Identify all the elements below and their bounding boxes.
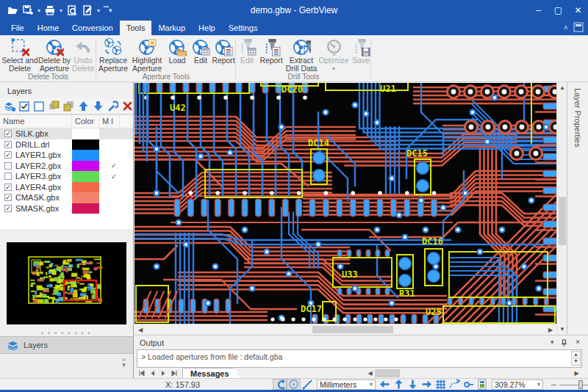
ribbon-button-load[interactable]: Load	[164, 37, 190, 65]
snap-icon[interactable]	[462, 379, 476, 390]
layer-color-swatch[interactable]	[72, 182, 99, 193]
print-icon[interactable]	[43, 4, 57, 17]
zoom-slider-handle[interactable]	[578, 380, 583, 389]
scroll-up-icon[interactable]: ▲	[557, 83, 567, 92]
ribbon-button-extract-drill-data[interactable]: ExtractDrill Data	[284, 37, 318, 73]
layer-visibility-checkbox[interactable]	[4, 162, 12, 170]
tab-help[interactable]: Help	[192, 21, 222, 35]
rotate-icon[interactable]	[273, 379, 287, 390]
more-button[interactable]: »▾	[122, 357, 126, 368]
ribbon-button-replace-aperture[interactable]: ReplaceAperture	[96, 37, 130, 73]
layer-color-swatch[interactable]	[72, 192, 99, 203]
dropdown-arrow-icon[interactable]: ▾	[97, 7, 100, 14]
circle-select-icon[interactable]	[287, 379, 301, 390]
print-preview-icon[interactable]	[65, 4, 79, 17]
tab-conversion[interactable]: Conversion	[65, 21, 120, 35]
dropdown-arrow-icon[interactable]: ▾	[60, 7, 62, 14]
move-up-icon[interactable]	[77, 101, 89, 112]
layer-color-swatch[interactable]	[72, 150, 99, 161]
tab-home[interactable]: Home	[31, 21, 65, 35]
query-route-icon[interactable]	[448, 379, 462, 390]
pan-right-icon[interactable]	[420, 379, 434, 390]
pan-up-icon[interactable]	[392, 379, 406, 390]
close-button[interactable]: ✕	[568, 0, 588, 21]
tab-prev-icon[interactable]	[149, 370, 156, 377]
dropdown-arrow-icon[interactable]: ▾	[37, 7, 40, 14]
horizontal-scrollbar[interactable]: ◀ ▶	[135, 324, 556, 334]
zoom-slider[interactable]	[559, 380, 588, 390]
layer-row-smask.gbx[interactable]: ✓SMASK.gbx	[0, 203, 133, 214]
layer-visibility-checkbox[interactable]: ✓	[4, 205, 12, 212]
layers-collapsed-bar[interactable]: Layers	[0, 336, 133, 354]
wrench-icon[interactable]	[107, 101, 118, 112]
output-close-icon[interactable]: ✕	[575, 338, 581, 347]
minimize-button[interactable]: –	[528, 0, 548, 21]
ribbon-button-delete-by-aperture[interactable]: Delete byAperture	[38, 37, 71, 73]
layer-visibility-checkbox[interactable]	[4, 173, 12, 180]
layers-settings-icon[interactable]	[4, 101, 15, 112]
panel-splitter[interactable]: ▪ ▪ ▪ ▪ ▪ ▪ ▪ ▪	[0, 329, 133, 336]
cascade-back-icon[interactable]	[62, 101, 74, 112]
cascade-front-icon[interactable]	[48, 101, 60, 112]
layer-row-layer2.gbx[interactable]: LAYER2.gbx✓	[0, 161, 133, 172]
collapse-ribbon-icon[interactable]: ᴧ	[564, 23, 568, 31]
column-header-m[interactable]: M	[99, 115, 108, 128]
layer-color-swatch[interactable]	[72, 161, 99, 172]
tab-file[interactable]: File	[4, 21, 31, 35]
ribbon-button-report[interactable]: Report	[258, 37, 284, 65]
tab-messages[interactable]: Messages	[182, 368, 240, 379]
layer-row-silk.gbx[interactable]: ✓SILK.gbx	[0, 128, 133, 139]
scroll-left-icon[interactable]: ◀	[136, 324, 145, 335]
layer-color-swatch[interactable]	[72, 139, 99, 150]
column-header-name[interactable]: Name	[0, 115, 72, 128]
layer-visibility-checkbox[interactable]: ✓	[4, 151, 12, 159]
pcb-canvas[interactable]: U42DC20U21DC14DC15DC16R31U33U25DC17	[135, 83, 556, 324]
tab-last-icon[interactable]	[171, 370, 178, 377]
ribbon-options-icon[interactable]	[573, 22, 584, 32]
layer-visibility-checkbox[interactable]: ✓	[4, 184, 12, 191]
layer-properties-tab[interactable]: Layer Properties	[567, 82, 588, 335]
ribbon-button-edit[interactable]: Edit	[190, 37, 211, 65]
column-header-i[interactable]: I	[108, 115, 120, 128]
layer-color-swatch[interactable]	[72, 171, 99, 182]
open-file-icon[interactable]	[6, 4, 19, 17]
pan-left-icon[interactable]	[378, 379, 392, 390]
out-scroll-right-icon[interactable]: ▶	[573, 369, 581, 378]
layer-row-drill.drl[interactable]: ✓DRILL.drl	[0, 139, 133, 150]
measure-icon[interactable]	[301, 379, 315, 390]
move-down-icon[interactable]	[92, 101, 104, 112]
markup-doc-icon[interactable]	[81, 4, 94, 17]
board-overview-thumbnail[interactable]: U1	[7, 242, 126, 324]
layer-row-layer1.gbx[interactable]: ✓LAYER1.gbx	[0, 150, 133, 161]
tab-first-icon[interactable]	[138, 370, 145, 377]
layer-row-layer4.gbx[interactable]: ✓LAYER4.gbx	[0, 182, 133, 193]
zoom-out-button[interactable]: –	[551, 380, 556, 390]
tab-tools[interactable]: Tools	[120, 21, 152, 35]
scroll-right-icon[interactable]: ▶	[546, 324, 555, 335]
maximize-button[interactable]: ▢	[548, 0, 568, 21]
grid-icon[interactable]	[434, 379, 448, 390]
layer-visibility-checkbox[interactable]: ✓	[4, 194, 12, 201]
save-stack-icon[interactable]	[21, 4, 35, 17]
layer-visibility-checkbox[interactable]: ✓	[4, 141, 12, 148]
layer-color-swatch[interactable]	[72, 128, 99, 139]
scroll-down-icon[interactable]: ▼	[557, 324, 567, 334]
output-scrollbar[interactable]: ▲ ▼	[571, 351, 581, 366]
delete-red-x-icon[interactable]	[121, 101, 133, 112]
out-scroll-left-icon[interactable]: ◀	[366, 369, 374, 378]
vscroll-thumb[interactable]	[559, 197, 566, 245]
layer-row-layer3.gbx[interactable]: LAYER3.gbx✓	[0, 171, 133, 182]
tab-markup[interactable]: Markup	[151, 21, 192, 35]
qat-customize-icon[interactable]: ▔▾	[104, 7, 112, 14]
units-dropdown[interactable]: Millimeters▾	[317, 380, 376, 390]
ribbon-button-highlight-aperture[interactable]: HighlightAperture	[130, 37, 164, 73]
hscroll-thumb[interactable]	[312, 326, 393, 333]
output-pin-icon[interactable]	[561, 339, 567, 347]
check-all-icon[interactable]	[18, 101, 30, 112]
layer-row-cmask.gbx[interactable]: ✓CMASK.gbx	[0, 192, 133, 203]
output-hscrollbar[interactable]: ◀ ▶	[366, 369, 581, 378]
column-header-color[interactable]: Color	[72, 115, 99, 128]
layer-visibility-checkbox[interactable]: ✓	[4, 130, 12, 137]
ribbon-button-select-and-delete[interactable]: Select andDelete	[1, 37, 38, 73]
ribbon-button-report[interactable]: Report	[211, 37, 236, 65]
